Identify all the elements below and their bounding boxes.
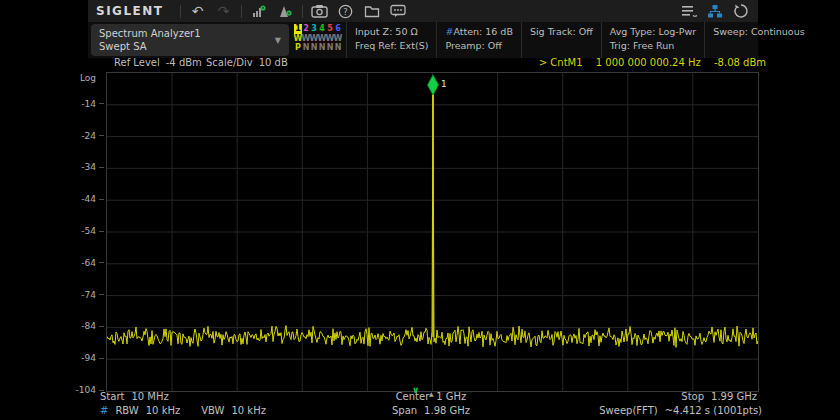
span: Span1.98 GHz (392, 405, 470, 416)
input-settings-cell[interactable]: Input Z: 50 Ω Freq Ref: Ext(S) (346, 22, 436, 58)
freq-ref: Freq Ref: Ext(S) (355, 39, 428, 53)
top-toolbar: SIGLENT ↶ ↷ ? (88, 0, 758, 22)
y-tick-label: -54 (81, 226, 96, 236)
display-lines-icon[interactable] (676, 0, 702, 22)
trig: Trig: Free Run (610, 39, 696, 53)
start-freq: Start10 MHz (100, 391, 169, 402)
y-tick-label: -84 (81, 321, 96, 331)
marker-readout-ampl: -8.08 dBm (714, 57, 766, 68)
redo-icon[interactable]: ↷ (211, 0, 237, 22)
spectrum-trace-plot: 1 (107, 73, 758, 391)
trace-6-indicator[interactable]: 6WN (334, 24, 342, 56)
siglent-logo: SIGLENT (88, 4, 176, 18)
mode-name: Spectrum Analyzer1 (99, 27, 201, 41)
y-tick-label: -44 (81, 194, 96, 204)
scale-div[interactable]: Scale/Div10 dB (206, 57, 294, 68)
y-tick-mark (99, 358, 104, 359)
marker-1-diamond[interactable] (428, 75, 439, 95)
y-tick-label: -24 (81, 131, 96, 141)
y-tick-label: -14 (81, 99, 96, 109)
ref-level-row: Ref Level-4 dBm Scale/Div10 dB > CntM1 1… (88, 57, 778, 72)
y-tick-mark (99, 103, 104, 104)
ref-level[interactable]: Ref Level-4 dBm (114, 57, 208, 68)
y-tick-mark (99, 294, 104, 295)
undo-icon[interactable]: ↶ (185, 0, 211, 22)
preamp: Preamp: Off (445, 39, 513, 53)
sig-track-cell[interactable]: Sig Track: Off (521, 22, 601, 58)
center-freq: Center1 GHz (396, 391, 467, 402)
chevron-down-icon: ▼ (275, 36, 281, 45)
spectrum-graticule: 1 (106, 72, 759, 392)
toolbar-divider (180, 5, 181, 18)
marker-readout: > CntM1 1 000 000 000.24 Hz -8.08 dBm (539, 57, 766, 68)
sweep-mode: Sweep: Continuous (713, 25, 804, 39)
mode-selector[interactable]: Spectrum Analyzer1 Swept SA ▼ (91, 24, 289, 56)
mode-submode: Swept SA (99, 40, 201, 54)
peak-search-icon[interactable] (272, 0, 298, 22)
frequency-axis-row: Start10 MHz Center1 GHz Stop1.99 GHz (0, 391, 840, 405)
y-tick-mark (99, 167, 104, 168)
y-axis-labels: -14-24-34-44-54-64-74-84-94-104 (58, 72, 104, 390)
avg-type: Avg Type: Log-Pwr (610, 25, 696, 39)
y-tick-mark (99, 199, 104, 200)
marker-to-peak-icon[interactable] (246, 0, 272, 22)
camera-icon[interactable] (307, 0, 333, 22)
y-tick-label: -64 (81, 258, 96, 268)
file-icon[interactable] (359, 0, 385, 22)
y-tick-mark (99, 326, 104, 327)
bandwidth-row: #RBW10 kHzVBW10 kHz Span1.98 GHz Sweep(F… (0, 405, 840, 420)
avg-trig-cell[interactable]: Avg Type: Log-Pwr Trig: Free Run (601, 22, 704, 58)
sweep-mode-cell[interactable]: Sweep: Continuous (704, 22, 812, 58)
y-tick-mark (99, 262, 104, 263)
y-tick-label: -74 (81, 290, 96, 300)
sig-track: Sig Track: Off (530, 25, 593, 39)
y-tick-mark (99, 135, 104, 136)
svg-text:?: ? (343, 6, 348, 16)
marker-readout-id: > CntM1 (539, 57, 583, 68)
marker-1-label: 1 (441, 79, 447, 89)
stop-freq: Stop1.99 GHz (681, 391, 757, 402)
atten: #Atten: 16 dB (445, 25, 513, 39)
lan-network-icon[interactable] (702, 0, 728, 22)
help-icon[interactable]: ? (333, 0, 359, 22)
rbw-vbw: #RBW10 kHzVBW10 kHz (100, 405, 266, 416)
sweep-time: Sweep(FFT)~4.412 s (1001pts) (599, 405, 762, 416)
toolbar-divider (302, 5, 303, 18)
y-tick-mark (99, 231, 104, 232)
toolbar-divider (241, 5, 242, 18)
config-status-bar: Spectrum Analyzer1 Swept SA ▼ 1WP2WN3WN4… (88, 22, 758, 58)
message-icon[interactable] (385, 0, 411, 22)
y-tick-label: -34 (81, 162, 96, 172)
input-z: Input Z: 50 Ω (355, 25, 428, 39)
trace-indicators[interactable]: 1WP2WN3WN4WN5WN6WN (292, 22, 346, 58)
preset-history-icon[interactable] (728, 0, 754, 22)
y-tick-label: -94 (81, 353, 96, 363)
atten-settings-cell[interactable]: #Atten: 16 dB Preamp: Off (436, 22, 521, 58)
marker-readout-freq: 1 000 000 000.24 Hz (596, 57, 701, 68)
